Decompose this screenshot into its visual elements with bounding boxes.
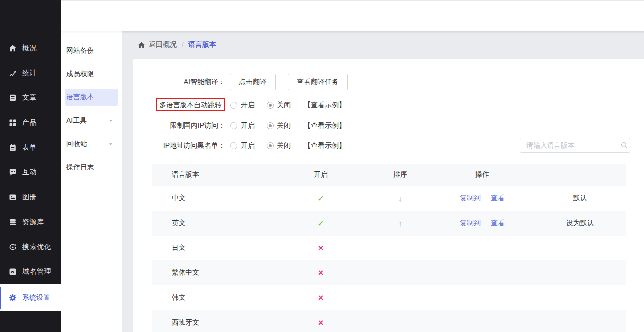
- table-row: 韩文 ×: [152, 285, 626, 310]
- stats-icon: [9, 69, 17, 77]
- submenu-item-ai-tools[interactable]: AI工具: [65, 112, 118, 129]
- disabled-cross-icon: ×: [318, 243, 324, 253]
- language-cell: 中文: [152, 194, 271, 203]
- column-header-enabled: 开启: [271, 170, 370, 179]
- submenu-item-label: 回收站: [66, 140, 87, 149]
- top-bar: [61, 0, 644, 31]
- gear-icon: [9, 294, 17, 302]
- view-example-link[interactable]: 【查看示例】: [304, 141, 346, 150]
- translate-button[interactable]: 点击翻译: [230, 74, 276, 90]
- sidebar-item-label: 互动: [22, 168, 37, 177]
- submenu-item-language-versions[interactable]: 语言版本: [65, 89, 118, 106]
- sort-down-arrow[interactable]: ↓: [398, 194, 402, 203]
- radio-off-label: 关闭: [277, 141, 291, 150]
- primary-sidebar: 概况 统计 文章 产品 表单 互动: [0, 0, 61, 332]
- sidebar-item-seo[interactable]: 搜索优化: [0, 235, 61, 259]
- sidebar-item-label: 表单: [22, 143, 37, 152]
- language-search: [520, 138, 630, 153]
- table-row: 西班牙文 ×: [152, 310, 626, 332]
- sidebar-item-label: 系统设置: [22, 293, 50, 302]
- setting-row-ip-blacklist: IP地址访问黑名单： 开启 关闭 【查看示例】: [152, 139, 346, 153]
- products-icon: [9, 119, 17, 127]
- search-icon[interactable]: [620, 141, 628, 149]
- radio-group: 开启 关闭 【查看示例】: [230, 141, 346, 150]
- language-cell: 英文: [152, 219, 271, 228]
- radio-group: 开启 关闭 【查看示例】: [230, 121, 346, 130]
- submenu-item-site-backup[interactable]: 网站备份: [65, 42, 118, 59]
- table-header: 语言版本 开启 排序 操作: [152, 164, 626, 186]
- language-table: 语言版本 开启 排序 操作 中文 ✓ ↓ 复制到 查看 默认: [152, 164, 626, 332]
- disabled-cross-icon: ×: [318, 318, 324, 328]
- sidebar-item-gallery[interactable]: 图册: [0, 185, 61, 210]
- sidebar-item-stats[interactable]: 统计: [0, 61, 61, 85]
- app-window: 概况 统计 文章 产品 表单 互动: [0, 0, 644, 332]
- default-badge: 默认: [573, 194, 587, 202]
- radio-on[interactable]: [230, 102, 237, 109]
- column-header-language: 语言版本: [152, 170, 271, 179]
- submenu-item-operation-log[interactable]: 操作日志: [65, 159, 118, 176]
- sidebar-item-interaction[interactable]: 互动: [0, 160, 61, 185]
- annotation-highlight-box: 多语言版本自动跳转: [156, 98, 225, 111]
- submenu-item-recycle-bin[interactable]: 回收站: [65, 136, 118, 153]
- library-icon: [9, 218, 17, 226]
- radio-on[interactable]: [230, 122, 237, 129]
- submenu-item-label: AI工具: [66, 116, 87, 125]
- setting-label: 多语言版本自动跳转: [152, 101, 225, 110]
- copy-to-link[interactable]: 复制到: [460, 194, 481, 202]
- sidebar-item-library[interactable]: 资源库: [0, 210, 61, 235]
- view-example-link[interactable]: 【查看示例】: [304, 101, 346, 110]
- table-row: 日文 ×: [152, 236, 626, 260]
- set-default-action[interactable]: 设为默认: [566, 219, 594, 227]
- radio-off-label: 关闭: [277, 101, 291, 110]
- language-cell: 韩文: [152, 293, 271, 302]
- breadcrumb: 返回概况 / 语言版本: [122, 31, 644, 59]
- table-row: 中文 ✓ ↓ 复制到 查看 默认: [152, 186, 626, 211]
- sidebar-item-label: 文章: [22, 93, 37, 102]
- setting-label: IP地址访问黑名单：: [152, 141, 225, 150]
- column-header-sort: 排序: [370, 170, 430, 179]
- table-row: 英文 ✓ ↑ 复制到 查看 设为默认: [152, 211, 626, 236]
- primary-nav: 概况 统计 文章 产品 表单 互动: [0, 36, 61, 284]
- radio-on[interactable]: [230, 142, 237, 149]
- disabled-cross-icon: ×: [318, 293, 324, 303]
- sidebar-item-system-settings[interactable]: 系统设置: [0, 284, 61, 311]
- form-icon: [9, 144, 17, 152]
- enabled-check-icon: ✓: [317, 219, 324, 228]
- sidebar-item-forms[interactable]: 表单: [0, 135, 61, 160]
- submenu-item-label: 成员权限: [66, 70, 94, 79]
- language-cell: 日文: [152, 244, 271, 252]
- ai-translate-label: AI智能翻译：: [152, 78, 225, 86]
- language-cell: 繁体中文: [152, 268, 271, 277]
- language-cell: 西班牙文: [152, 318, 271, 327]
- radio-off-label: 关闭: [277, 121, 291, 130]
- submenu-item-member-permissions[interactable]: 成员权限: [65, 66, 118, 83]
- view-link[interactable]: 查看: [491, 219, 505, 227]
- sidebar-item-products[interactable]: 产品: [0, 110, 61, 135]
- sidebar-item-label: 产品: [22, 118, 37, 127]
- sidebar-item-label: 概况: [22, 44, 37, 53]
- copy-to-link[interactable]: 复制到: [460, 219, 481, 227]
- search-input[interactable]: [520, 141, 620, 149]
- seo-icon: [9, 243, 17, 251]
- radio-off[interactable]: [267, 122, 274, 129]
- column-header-actions: 操作: [430, 170, 535, 179]
- sidebar-item-articles[interactable]: 文章: [0, 85, 61, 110]
- breadcrumb-back-link[interactable]: 返回概况: [149, 40, 177, 49]
- sort-up-arrow[interactable]: ↑: [398, 219, 402, 228]
- sidebar-item-label: 统计: [22, 69, 37, 78]
- table-row: 繁体中文 ×: [152, 260, 626, 285]
- radio-off[interactable]: [267, 142, 274, 149]
- view-translate-tasks-button[interactable]: 查看翻译任务: [288, 74, 348, 90]
- view-link[interactable]: 查看: [491, 194, 505, 202]
- view-example-link[interactable]: 【查看示例】: [304, 121, 346, 130]
- settings-card: AI智能翻译： 点击翻译 查看翻译任务 多语言版本自动跳转 开启 关闭 【查看示…: [133, 59, 644, 332]
- sidebar-item-overview[interactable]: 概况: [0, 36, 61, 61]
- radio-off[interactable]: [267, 102, 274, 109]
- radio-on-label: 开启: [241, 141, 255, 150]
- sidebar-item-label: 搜索优化: [22, 243, 51, 251]
- sidebar-item-domains[interactable]: 域名管理: [0, 259, 61, 284]
- home-icon: [9, 44, 17, 52]
- setting-label: 限制国内IP访问：: [152, 121, 225, 130]
- chevron-down-icon: [108, 118, 113, 123]
- home-icon: [138, 41, 145, 49]
